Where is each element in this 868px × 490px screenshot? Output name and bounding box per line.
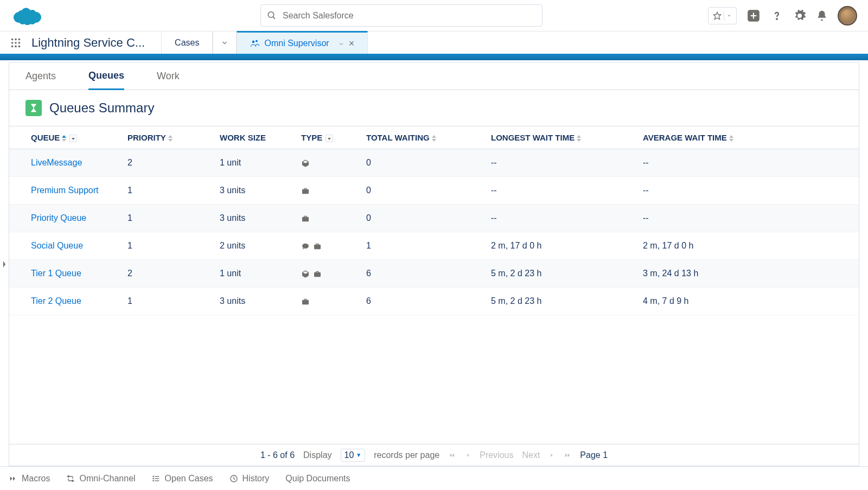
- svg-point-5: [11, 38, 14, 40]
- settings-icon[interactable]: [793, 9, 806, 22]
- svg-point-0: [268, 12, 274, 18]
- app-launcher-icon[interactable]: [10, 37, 22, 49]
- notifications-icon[interactable]: [816, 10, 828, 22]
- case-icon: [313, 241, 322, 250]
- prev-page-icon[interactable]: [464, 450, 471, 460]
- longest-wait-cell: 2 m, 17 d 0 h: [487, 232, 639, 260]
- help-icon[interactable]: [770, 9, 783, 22]
- chat-icon: [301, 241, 310, 250]
- queue-link[interactable]: Tier 1 Queue: [31, 269, 81, 278]
- tab-queues[interactable]: Queues: [88, 62, 124, 90]
- nav-tab-label: Omni Supervisor: [264, 39, 329, 48]
- longest-wait-cell: --: [487, 205, 639, 232]
- average-wait-cell: 2 m, 17 d 0 h: [639, 232, 859, 260]
- chevron-down-icon[interactable]: [338, 39, 344, 48]
- svg-point-7: [18, 38, 21, 40]
- utility-history[interactable]: History: [229, 474, 270, 483]
- utility-open-cases[interactable]: Open Cases: [152, 474, 213, 483]
- page-indicator: Page 1: [580, 450, 608, 460]
- col-average-wait[interactable]: AVERAGE WAIT TIME: [639, 126, 859, 149]
- svg-point-10: [18, 42, 21, 44]
- page-title: Queues Summary: [49, 100, 154, 116]
- queue-link[interactable]: Tier 2 Queue: [31, 296, 81, 306]
- svg-point-6: [15, 38, 17, 40]
- longest-wait-cell: --: [487, 177, 639, 205]
- utility-omni-channel[interactable]: Omni-Channel: [66, 474, 135, 483]
- display-label: Display: [303, 450, 331, 460]
- omni-channel-icon: [66, 474, 75, 483]
- svg-point-23: [153, 479, 154, 479]
- tab-agents[interactable]: Agents: [25, 62, 56, 90]
- svg-point-17: [67, 475, 69, 478]
- queues-table-wrap: QUEUE PRIORITY WORK SIZE TYPE TOTAL WAIT…: [9, 126, 859, 444]
- queue-link[interactable]: LiveMessage: [31, 158, 82, 167]
- search-input[interactable]: [260, 4, 542, 27]
- col-priority[interactable]: PRIORITY: [123, 126, 215, 149]
- last-page-icon[interactable]: [564, 450, 571, 460]
- star-icon: [711, 11, 724, 21]
- priority-cell: 2: [123, 149, 215, 177]
- type-cell: [297, 177, 362, 205]
- svg-point-4: [776, 18, 777, 20]
- previous-label[interactable]: Previous: [480, 450, 513, 460]
- col-total-waiting[interactable]: TOTAL WAITING: [362, 126, 487, 149]
- svg-point-11: [11, 45, 14, 47]
- table-row: Priority Queue13 units0----: [9, 205, 859, 232]
- col-longest-wait[interactable]: LONGEST WAIT TIME: [487, 126, 639, 149]
- priority-cell: 1: [123, 288, 215, 315]
- table-row: Social Queue12 units12 m, 17 d 0 h2 m, 1…: [9, 232, 859, 260]
- type-cell: [297, 149, 362, 177]
- col-filter-icon[interactable]: [69, 135, 77, 142]
- longest-wait-cell: 5 m, 2 d 23 h: [487, 288, 639, 315]
- table-row: Tier 2 Queue13 units65 m, 2 d 23 h4 m, 7…: [9, 288, 859, 315]
- favorites-button[interactable]: [708, 7, 737, 24]
- type-cell: [297, 288, 362, 315]
- app-nav-bar: Lightning Service C... Cases Omni Superv…: [0, 31, 868, 55]
- case-icon: [313, 269, 322, 278]
- svg-point-8: [11, 42, 14, 44]
- total-waiting-cell: 0: [362, 177, 487, 205]
- nav-tab-label: Cases: [175, 38, 199, 48]
- type-cell: [297, 260, 362, 288]
- queue-link[interactable]: Social Queue: [31, 241, 83, 250]
- case-icon: [301, 213, 310, 222]
- case-icon: [301, 186, 310, 195]
- utility-quip[interactable]: Quip Documents: [285, 474, 350, 483]
- close-icon[interactable]: ×: [349, 38, 355, 49]
- content-panel: Agents Queues Work Queues Summary QUEUE …: [9, 62, 859, 466]
- utility-macros[interactable]: Macros: [9, 474, 50, 483]
- next-label[interactable]: Next: [522, 450, 540, 460]
- panel-expand-handle[interactable]: [1, 253, 8, 275]
- svg-point-16: [302, 243, 309, 248]
- omni-icon: [250, 39, 260, 49]
- first-page-icon[interactable]: [448, 450, 456, 460]
- nav-tab-dropdown[interactable]: [213, 31, 237, 55]
- priority-cell: 1: [123, 205, 215, 232]
- col-filter-icon[interactable]: [326, 135, 333, 142]
- tab-work[interactable]: Work: [157, 62, 180, 90]
- add-button[interactable]: [746, 9, 761, 23]
- next-page-icon[interactable]: [548, 450, 555, 460]
- app-name: Lightning Service C...: [31, 36, 145, 50]
- nav-tab-cases[interactable]: Cases: [161, 31, 213, 55]
- nav-tab-omni-supervisor[interactable]: Omni Supervisor ×: [237, 31, 368, 55]
- page-range: 1 - 6 of 6: [260, 450, 295, 460]
- box-icon: [301, 158, 310, 167]
- queue-link[interactable]: Premium Support: [31, 186, 99, 195]
- page-title-row: Queues Summary: [9, 90, 859, 126]
- queue-link[interactable]: Priority Queue: [31, 213, 86, 222]
- type-cell: [297, 205, 362, 232]
- user-avatar[interactable]: [838, 6, 857, 26]
- svg-line-1: [273, 17, 275, 19]
- col-work-size[interactable]: WORK SIZE: [215, 126, 297, 149]
- col-queue[interactable]: QUEUE: [9, 126, 123, 149]
- table-row: Premium Support13 units0----: [9, 177, 859, 205]
- global-search: [260, 4, 542, 27]
- hourglass-icon: [25, 100, 42, 116]
- pagination: 1 - 6 of 6 Display 10▼ records per page …: [9, 444, 859, 466]
- col-type[interactable]: TYPE: [297, 126, 362, 149]
- total-waiting-cell: 1: [362, 232, 487, 260]
- svg-point-24: [153, 481, 154, 481]
- per-page-select[interactable]: 10▼: [341, 449, 366, 462]
- svg-point-13: [18, 45, 21, 47]
